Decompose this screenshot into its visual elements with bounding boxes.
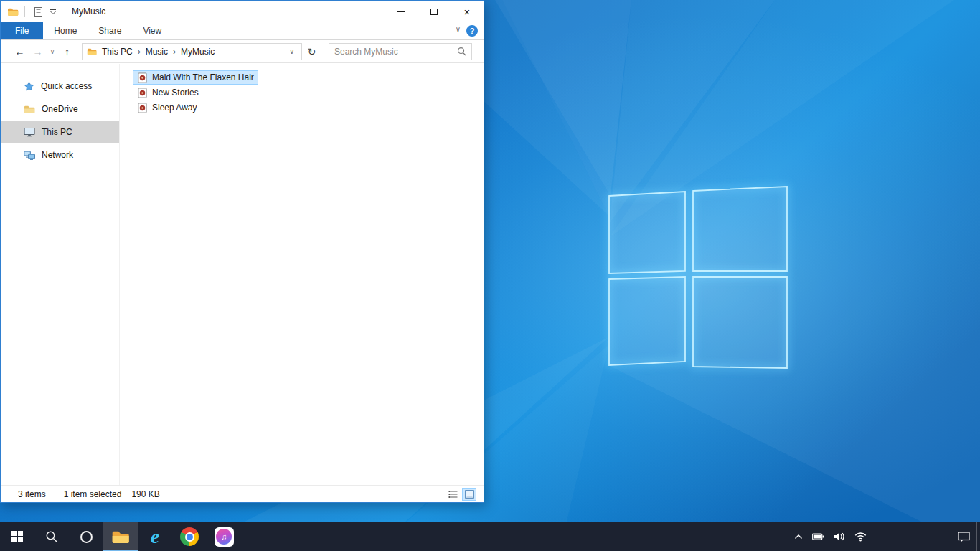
folder-icon [24, 105, 35, 114]
close-icon: × [464, 6, 471, 17]
computer-icon [24, 127, 35, 137]
sidebar-item-this-pc[interactable]: This PC [1, 121, 119, 143]
ribbon-tab-bar: File Home Share View ∨ ? [1, 22, 484, 40]
file-explorer-icon [111, 529, 130, 545]
taskbar-start-button[interactable] [0, 522, 34, 551]
status-bar: 3 items 1 item selected 190 KB [1, 485, 484, 502]
status-selection: 1 item selected [64, 489, 122, 499]
address-bar[interactable]: This PC › Music › MyMusic ∨ [82, 43, 302, 60]
chrome-icon [180, 527, 199, 546]
taskbar-chrome-button[interactable] [172, 522, 207, 551]
music-file-icon [137, 103, 148, 113]
refresh-button[interactable]: ↻ [302, 46, 321, 57]
explorer-content: Quick access OneDrive This PC Network [1, 64, 484, 485]
file-name: New Stories [152, 88, 199, 98]
file-item[interactable]: New Stories [133, 85, 203, 100]
minimize-button[interactable] [385, 1, 418, 22]
address-folder-icon [87, 47, 97, 56]
navigation-bar: ← → ∨ ↑ This PC › Music › MyMusic ∨ ↻ [1, 40, 484, 63]
navigation-pane: Quick access OneDrive This PC Network [1, 64, 119, 485]
file-item[interactable]: Maid With The Flaxen Hair [133, 70, 258, 85]
action-center-icon [958, 531, 970, 542]
file-item[interactable]: Sleep Away [133, 100, 202, 115]
sidebar-item-onedrive[interactable]: OneDrive [1, 98, 119, 120]
search-icon [457, 47, 466, 56]
music-note-icon: ♫ [221, 533, 227, 541]
tab-view[interactable]: View [132, 22, 172, 39]
taskbar: e ♫ [0, 522, 980, 551]
battery-icon[interactable] [812, 532, 824, 541]
qat-separator [24, 6, 25, 17]
status-item-count: 3 items [18, 489, 46, 499]
chevron-up-icon[interactable] [794, 534, 803, 540]
breadcrumb-segment-this-pc[interactable]: This PC [97, 47, 138, 57]
details-view-icon [448, 490, 458, 499]
breadcrumb-segment-mymusic[interactable]: MyMusic [176, 47, 220, 57]
tab-home[interactable]: Home [43, 22, 88, 39]
file-name: Maid With The Flaxen Hair [152, 72, 254, 83]
sidebar-item-label: This PC [42, 127, 72, 137]
network-icon [24, 151, 35, 160]
window-title: MyMusic [72, 6, 105, 17]
taskbar-cortana-button[interactable] [69, 522, 103, 551]
qat-properties-icon[interactable] [34, 7, 42, 17]
taskbar-itunes-button[interactable]: ♫ [207, 522, 241, 551]
tab-file[interactable]: File [1, 22, 43, 39]
window-titlebar[interactable]: MyMusic × [1, 1, 484, 22]
address-dropdown-chevron-icon[interactable]: ∨ [286, 48, 297, 55]
wifi-icon[interactable] [854, 532, 867, 542]
sidebar-item-quick-access[interactable]: Quick access [1, 75, 119, 97]
file-name: Sleep Away [152, 103, 197, 113]
up-button[interactable]: ↑ [58, 46, 76, 57]
taskbar-file-explorer-button[interactable] [103, 522, 138, 551]
search-box[interactable] [329, 43, 472, 60]
sidebar-item-network[interactable]: Network [1, 144, 119, 166]
internet-explorer-icon: e [151, 527, 159, 547]
file-explorer-window: MyMusic × File Home Share View ∨ ? ← → ∨… [0, 0, 484, 503]
window-folder-icon [7, 7, 19, 17]
close-button[interactable]: × [451, 1, 484, 22]
taskbar-internet-explorer-button[interactable]: e [138, 522, 172, 551]
sidebar-item-label: Quick access [41, 81, 92, 91]
show-desktop-button[interactable] [976, 522, 980, 551]
minimize-icon [397, 11, 405, 12]
windows-start-icon [11, 531, 23, 542]
file-list: Maid With The Flaxen Hair New Stories Sl… [119, 64, 484, 485]
sidebar-item-label: Network [42, 150, 73, 160]
action-center-button[interactable] [958, 522, 970, 551]
back-button[interactable]: ← [11, 46, 29, 57]
qat-customize-chevron-icon[interactable] [50, 9, 57, 15]
taskbar-search-button[interactable] [34, 522, 69, 551]
breadcrumb-segment-music[interactable]: Music [141, 47, 173, 57]
status-selection-size: 190 KB [131, 489, 159, 499]
recent-locations-chevron-icon[interactable]: ∨ [47, 48, 58, 55]
search-input[interactable] [334, 47, 457, 57]
details-view-button[interactable] [446, 488, 460, 501]
star-icon [24, 81, 34, 92]
music-file-icon [137, 88, 148, 98]
itunes-icon: ♫ [215, 527, 234, 547]
status-separator [55, 489, 55, 499]
thumbnails-view-icon [465, 490, 474, 499]
maximize-button[interactable] [418, 1, 451, 22]
cortana-icon [80, 531, 93, 543]
search-icon [45, 530, 58, 543]
maximize-icon [430, 9, 438, 15]
help-button[interactable]: ? [466, 25, 478, 37]
view-toggle-buttons [446, 488, 476, 501]
system-tray [794, 522, 867, 551]
forward-button[interactable]: → [29, 46, 47, 57]
volume-icon[interactable] [834, 532, 845, 542]
ribbon-expand-chevron-icon[interactable]: ∨ [456, 25, 461, 33]
thumbnails-view-button[interactable] [462, 488, 476, 501]
tab-share[interactable]: Share [88, 22, 132, 39]
window-controls: × [385, 1, 484, 22]
music-file-icon [137, 72, 148, 83]
sidebar-item-label: OneDrive [42, 104, 78, 114]
